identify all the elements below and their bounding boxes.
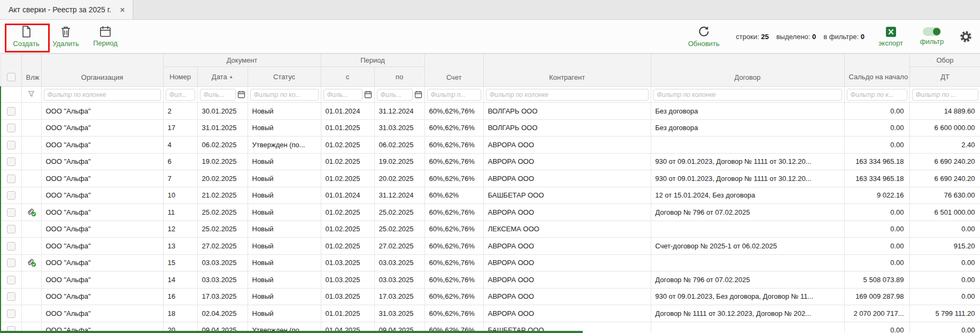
cell-organization[interactable]: ООО "Альфа" [41, 187, 163, 204]
tab-close-icon[interactable]: × [120, 5, 125, 14]
select-all-header[interactable] [1, 54, 21, 87]
cell-status[interactable]: Новый [248, 238, 321, 255]
cell-period-to[interactable]: 06.02.2025 [374, 137, 425, 154]
delete-button[interactable]: Удалить [46, 26, 86, 48]
to-filter-input[interactable] [377, 89, 413, 101]
cell-contract[interactable]: 930 от 09.01.2023, Без договора, Договор… [651, 288, 844, 305]
table-row[interactable]: ООО "Альфа"1327.02.2025Новый01.02.202527… [1, 238, 980, 255]
table-row[interactable]: ООО "Альфа"1225.02.2025Новый01.02.202525… [1, 221, 980, 238]
table-row[interactable]: ООО "Альфа"230.01.2025Новый01.01.202431.… [1, 103, 980, 120]
cell-organization[interactable]: ООО "Альфа" [41, 271, 163, 289]
cell-date[interactable]: 19.02.2025 [197, 153, 248, 170]
cell-contract[interactable]: Договор № 796 от 07.02.2025 [651, 204, 844, 221]
cell-period-from[interactable]: 01.03.2025 [321, 288, 374, 305]
col-header-balance[interactable]: Сальдо на начало периода [844, 54, 909, 87]
cell-contract[interactable] [651, 221, 844, 238]
cell-account[interactable]: 60%,62%,76% [425, 305, 483, 322]
cell-account[interactable]: 60%,62%,76% [425, 119, 483, 137]
cell-contract[interactable]: Без договора [651, 103, 844, 120]
cell-number[interactable]: 15 [163, 254, 197, 271]
cell-number[interactable]: 18 [163, 305, 197, 322]
cell-debit[interactable]: 14 889.60 [909, 103, 980, 120]
cell-balance[interactable]: 0.00 [844, 119, 909, 137]
table-row[interactable]: ООО "Альфа"1021.02.2025Новый01.01.202431… [1, 187, 980, 204]
cell-debit[interactable]: 6 690 240.20 [909, 170, 980, 187]
cell-balance[interactable]: 5 508 073.89 [844, 271, 909, 289]
row-select-cell[interactable] [1, 137, 21, 154]
cell-period-to[interactable]: 31.03.2025 [374, 119, 425, 137]
row-select-cell[interactable] [1, 119, 21, 137]
table-row[interactable]: ООО "Альфа"1503.03.2025Новый01.03.202503… [1, 254, 980, 271]
row-checkbox[interactable] [7, 141, 16, 149]
cell-counterparty[interactable]: ЛЕКСЕМА ООО [483, 221, 651, 238]
row-select-cell[interactable] [1, 271, 21, 289]
cell-account[interactable]: 60%,62%,76% [425, 153, 483, 170]
refresh-button[interactable]: Обновить [684, 26, 723, 48]
cell-organization[interactable]: ООО "Альфа" [41, 305, 163, 322]
cell-period-from[interactable]: 01.02.2025 [321, 137, 374, 154]
cell-period-to[interactable]: 31.12.2024 [374, 187, 425, 204]
cell-status[interactable]: Новый [248, 221, 321, 238]
cell-period-to[interactable]: 25.02.2025 [374, 221, 425, 238]
cell-counterparty[interactable]: АВРОРА ООО [483, 305, 651, 322]
cell-counterparty[interactable]: АВРОРА ООО [483, 204, 651, 221]
row-checkbox[interactable] [7, 225, 16, 233]
tab-act-sverki[interactable]: Акт сверки - Реестр за 2025 г. × [0, 0, 133, 19]
cell-organization[interactable]: ООО "Альфа" [41, 119, 163, 137]
cell-counterparty[interactable]: ВОЛГАРЬ ООО [483, 119, 651, 137]
cell-account[interactable]: 60%,62%,76% [425, 271, 483, 289]
row-select-cell[interactable] [1, 305, 21, 322]
table-row[interactable]: ООО "Альфа"1403.03.2025Новый01.03.202503… [1, 271, 980, 289]
cell-period-from[interactable]: 01.01.2024 [321, 187, 374, 204]
cell-period-from[interactable]: 01.02.2025 [321, 238, 374, 255]
export-button[interactable]: экспорт [877, 26, 905, 47]
cell-balance[interactable]: 0.00 [844, 238, 909, 255]
cell-date[interactable]: 31.01.2025 [197, 119, 248, 137]
cell-period-to[interactable]: 17.03.2025 [374, 288, 425, 305]
filter-cell-attach[interactable] [21, 87, 41, 103]
cell-date[interactable]: 21.02.2025 [197, 187, 248, 204]
cell-debit[interactable]: 0.00 [909, 271, 980, 289]
cell-status[interactable]: Новый [248, 187, 321, 204]
row-checkbox[interactable] [7, 107, 16, 116]
cell-status[interactable]: Новый [248, 103, 321, 120]
row-checkbox[interactable] [7, 157, 16, 166]
col-header-date[interactable]: Дата ▲ [197, 67, 248, 87]
cell-date[interactable]: 20.02.2025 [197, 170, 248, 187]
cell-counterparty[interactable]: ВОЛГАРЬ ООО [483, 103, 651, 120]
cell-number[interactable]: 12 [163, 221, 197, 238]
table-row[interactable]: ООО "Альфа"720.02.2025Новый01.02.202520.… [1, 170, 980, 187]
cell-organization[interactable]: ООО "Альфа" [41, 153, 163, 170]
row-attachment-cell[interactable] [21, 254, 41, 271]
table-row[interactable]: ООО "Альфа"619.02.2025Новый01.02.202519.… [1, 153, 980, 170]
organization-filter-input[interactable] [44, 89, 161, 101]
cell-period-to[interactable]: 20.02.2025 [374, 170, 425, 187]
cell-number[interactable]: 11 [163, 204, 197, 221]
row-checkbox[interactable] [7, 191, 16, 200]
cell-status[interactable]: Новый [248, 305, 321, 322]
cell-organization[interactable]: ООО "Альфа" [41, 103, 163, 120]
row-checkbox[interactable] [7, 208, 16, 217]
col-header-from[interactable]: с [321, 67, 374, 87]
cell-number[interactable]: 6 [163, 153, 197, 170]
col-header-to[interactable]: по [374, 67, 425, 87]
cell-number[interactable]: 2 [163, 103, 197, 120]
cell-organization[interactable]: ООО "Альфа" [41, 204, 163, 221]
table-row[interactable]: ООО "Альфа"406.02.2025Утвержден (по...01… [1, 137, 980, 154]
cell-status[interactable]: Утвержден (по... [248, 137, 321, 154]
cell-period-to[interactable]: 31.03.2025 [374, 305, 425, 322]
cell-balance[interactable]: 163 334 965.18 [844, 170, 909, 187]
cell-number[interactable]: 14 [163, 271, 197, 289]
cell-balance[interactable]: 169 009 287.98 [844, 288, 909, 305]
cell-contract[interactable]: Договор № 1111 от 30.12.2023, Договор № … [651, 305, 844, 322]
cell-contract[interactable]: Договор № 796 от 07.02.2025 [651, 271, 844, 289]
row-select-cell[interactable] [1, 170, 21, 187]
cell-balance[interactable]: 0.00 [844, 221, 909, 238]
cell-account[interactable]: 60%,62%,76% [425, 288, 483, 305]
horizontal-scrollbar-thumb[interactable] [0, 331, 583, 333]
calendar-icon[interactable] [414, 90, 422, 99]
cell-period-from[interactable]: 01.01.2025 [321, 305, 374, 322]
cell-debit[interactable]: 0.00 [909, 254, 980, 271]
cell-debit[interactable]: 6 600 000.00 [909, 119, 980, 137]
cell-date[interactable]: 25.02.2025 [197, 204, 248, 221]
